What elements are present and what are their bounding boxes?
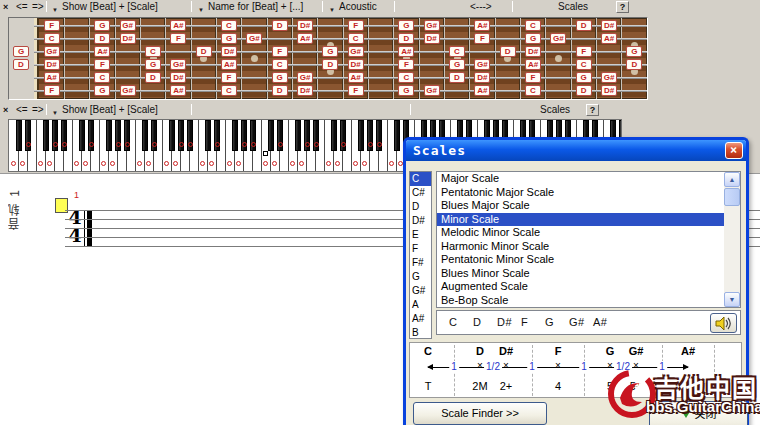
fretboard-note-label[interactable]: D# (120, 33, 136, 44)
scale-list-item[interactable]: Harmonic Minor Scale (437, 240, 724, 254)
fretboard-note-label[interactable]: D# (297, 20, 313, 31)
fretboard-note-label[interactable]: D# (474, 72, 490, 83)
fretboard-note-label[interactable]: G (94, 85, 110, 96)
fretboard-note-label[interactable]: A# (94, 46, 110, 57)
piano-key-black[interactable] (16, 120, 22, 151)
fretboard-note-label[interactable]: C (525, 20, 541, 31)
fretboard-note-label[interactable]: C (525, 85, 541, 96)
fretboard-note-label[interactable]: G (13, 46, 29, 57)
fretboard-note-label[interactable]: C (272, 59, 288, 70)
fretboard-note-label[interactable]: D (196, 46, 212, 57)
fretboard-note-label[interactable]: F (525, 72, 541, 83)
fretboard-note-label[interactable]: A# (297, 33, 313, 44)
nav-forward-button[interactable]: => (32, 104, 44, 116)
scale-finder-button[interactable]: Scale Finder >> (413, 402, 547, 425)
fretboard-note-label[interactable]: D (94, 33, 110, 44)
fretboard-note-label[interactable]: G (398, 20, 414, 31)
fretboard-note-label[interactable]: G# (424, 85, 440, 96)
fretboard-note-label[interactable]: D (13, 59, 29, 70)
root-note-list[interactable]: CC#DD#EFF#GG#AA#B (409, 171, 432, 339)
show-beat-scale-dropdown[interactable]: Show [Beat] + [Scale] (62, 1, 158, 13)
fretboard-note-label[interactable]: C (576, 59, 592, 70)
root-note-item[interactable]: F (410, 242, 431, 256)
piano-key-black[interactable] (79, 120, 85, 151)
fretboard-note-label[interactable]: G# (601, 72, 617, 83)
fretboard-note-label[interactable]: A# (398, 46, 414, 57)
fretboard-note-label[interactable]: A# (474, 20, 490, 31)
root-note-item[interactable]: B (410, 326, 431, 340)
scale-list-item[interactable]: Pentatonic Major Scale (437, 186, 724, 200)
piano-key-black[interactable] (205, 120, 211, 151)
fretboard-note-label[interactable]: A# (348, 72, 364, 83)
fretboard-note-label[interactable]: D (576, 20, 592, 31)
scale-list-item[interactable]: Minor Scale (437, 213, 724, 227)
fretboard-note-label[interactable]: F (44, 20, 60, 31)
scale-list-item[interactable]: Melodic Minor Scale (437, 226, 724, 240)
play-scale-button[interactable] (710, 313, 737, 333)
scroll-up-button[interactable]: ▲ (724, 172, 740, 187)
scales-toggle-label[interactable]: Scales (558, 1, 588, 13)
root-note-item[interactable]: D (410, 200, 431, 214)
fretboard-note-label[interactable]: G (272, 72, 288, 83)
root-note-item[interactable]: D# (410, 214, 431, 228)
help-button[interactable]: ? (586, 104, 599, 116)
fretboard-note-label[interactable]: F (44, 85, 60, 96)
panel-close-icon[interactable]: × (3, 104, 8, 116)
fretboard-note-label[interactable]: G (322, 46, 338, 57)
scale-list[interactable]: Major ScalePentatonic Major ScaleBlues M… (436, 171, 741, 308)
fretboard-note-label[interactable]: G (221, 33, 237, 44)
piano-key-black[interactable] (43, 120, 49, 151)
root-note-item[interactable]: A (410, 298, 431, 312)
fretboard-note-label[interactable]: D (272, 85, 288, 96)
fretboard-note-label[interactable]: D# (601, 20, 617, 31)
show-beat-scale-dropdown[interactable]: Show [Beat] + [Scale] (62, 104, 158, 116)
scrollbar[interactable]: ▲ ▼ (724, 172, 740, 307)
fretboard-note-label[interactable]: F (348, 20, 364, 31)
fretboard-note-label[interactable]: D (500, 46, 516, 57)
scale-list-item[interactable]: Augmented Scale (437, 280, 724, 294)
scale-list-item[interactable]: Blues Major Scale (437, 199, 724, 213)
fretboard-note-label[interactable]: A# (474, 85, 490, 96)
fretboard-note-label[interactable]: G (94, 20, 110, 31)
fretboard-note-label[interactable]: C (348, 33, 364, 44)
fretboard-note-label[interactable]: A# (525, 59, 541, 70)
dropdown-arrow-icon[interactable]: ▼ (329, 4, 335, 16)
stretch-button[interactable]: <---> (470, 1, 492, 13)
fretboard-note-label[interactable]: G# (44, 46, 60, 57)
fretboard-note-label[interactable]: G (398, 85, 414, 96)
fretboard-note-label[interactable]: C (221, 20, 237, 31)
fretboard-note-label[interactable]: A# (601, 33, 617, 44)
root-note-item[interactable]: F# (410, 256, 431, 270)
fretboard-note-label[interactable]: D (272, 20, 288, 31)
piano-key-black[interactable] (169, 120, 175, 151)
fretboard-note-label[interactable]: F (398, 59, 414, 70)
fretboard-note-label[interactable]: G# (170, 59, 186, 70)
fretboard-note-label[interactable]: G# (550, 33, 566, 44)
fretboard-note-label[interactable]: G (449, 59, 465, 70)
panel-close-icon[interactable]: × (3, 1, 8, 13)
fretboard-note-label[interactable]: C (145, 46, 161, 57)
fretboard-note-label[interactable]: C (398, 72, 414, 83)
fretboard-note-label[interactable]: F (474, 33, 490, 44)
fretboard-note-label[interactable]: G# (246, 33, 262, 44)
scale-list-item[interactable]: Pentatonic Minor Scale (437, 253, 724, 267)
scale-list-item[interactable]: Blues Minor Scale (437, 267, 724, 281)
fretboard-note-label[interactable]: C (94, 72, 110, 83)
fretboard-note-label[interactable]: F (170, 33, 186, 44)
fretboard-note-label[interactable]: D# (221, 46, 237, 57)
fretboard-note-label[interactable]: G# (297, 72, 313, 83)
root-note-item[interactable]: C (410, 172, 431, 186)
fretboard-note-label[interactable]: A# (170, 85, 186, 96)
fretboard-note-label[interactable]: G# (474, 59, 490, 70)
nav-back-button[interactable]: <= (16, 1, 28, 13)
fretboard-note-label[interactable]: D# (348, 59, 364, 70)
fretboard-note-label[interactable]: G (145, 59, 161, 70)
piano-key-black[interactable] (358, 120, 364, 151)
dialog-title-bar[interactable]: Scales × (406, 140, 746, 161)
fretboard-note-label[interactable]: F (272, 46, 288, 57)
fretboard-note-label[interactable]: F (576, 46, 592, 57)
root-note-item[interactable]: A# (410, 312, 431, 326)
fretboard-note-label[interactable]: D (322, 59, 338, 70)
piano-key-black[interactable] (142, 120, 148, 151)
piano-key-black[interactable] (232, 120, 238, 151)
